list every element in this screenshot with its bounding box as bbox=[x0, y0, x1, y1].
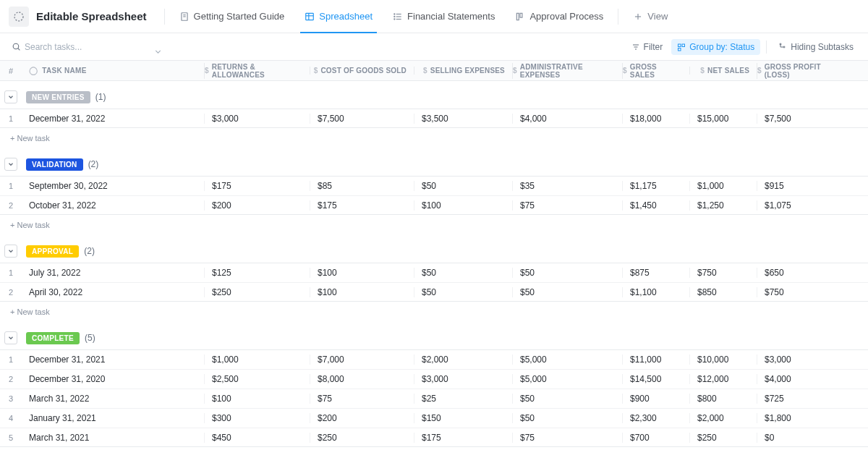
cell-admin[interactable]: $50 bbox=[512, 394, 622, 404]
group-toggle[interactable] bbox=[4, 245, 17, 258]
col-header-selling[interactable]: $SELLING EXPENSES bbox=[414, 67, 512, 75]
cell-admin[interactable]: $50 bbox=[512, 268, 622, 278]
cell-net-sales[interactable]: $800 bbox=[689, 394, 757, 404]
cell-returns[interactable]: $125 bbox=[204, 268, 310, 278]
task-name-cell[interactable]: December 31, 2022 bbox=[22, 114, 204, 124]
task-name-cell[interactable]: December 31, 2021 bbox=[22, 355, 204, 365]
col-header-net-sales[interactable]: $NET SALES bbox=[689, 67, 757, 75]
tab-spreadsheet[interactable]: Spreadsheet bbox=[294, 0, 383, 33]
cell-gross-sales[interactable]: $11,000 bbox=[622, 355, 689, 365]
cell-admin[interactable]: $50 bbox=[512, 287, 622, 297]
cell-cogs[interactable]: $7,500 bbox=[310, 114, 414, 124]
status-badge[interactable]: NEW ENTRIES bbox=[26, 91, 90, 103]
task-name-cell[interactable]: January 31, 2021 bbox=[22, 413, 204, 423]
cell-returns[interactable]: $3,000 bbox=[204, 114, 310, 124]
table-row[interactable]: 4 January 31, 2021 $300 $200 $150 $50 $2… bbox=[0, 408, 868, 428]
tab-getting-started[interactable]: Getting Started Guide bbox=[169, 0, 295, 33]
task-name-cell[interactable]: March 31, 2022 bbox=[22, 394, 204, 404]
cell-admin[interactable]: $5,000 bbox=[512, 355, 622, 365]
cell-selling[interactable]: $3,500 bbox=[414, 114, 512, 124]
cell-admin[interactable]: $75 bbox=[512, 433, 622, 443]
group-by-button[interactable]: Group by: Status bbox=[671, 39, 760, 55]
cell-returns[interactable]: $175 bbox=[204, 181, 310, 191]
cell-net-sales[interactable]: $1,250 bbox=[689, 200, 757, 211]
cell-gross-profit[interactable]: $1,075 bbox=[757, 200, 851, 211]
cell-gross-sales[interactable]: $1,100 bbox=[622, 287, 689, 297]
task-name-cell[interactable]: March 31, 2021 bbox=[22, 433, 204, 443]
cell-gross-sales[interactable]: $1,450 bbox=[622, 200, 689, 211]
cell-cogs[interactable]: $8,000 bbox=[310, 374, 414, 384]
cell-selling[interactable]: $50 bbox=[414, 181, 512, 191]
group-toggle[interactable] bbox=[4, 90, 17, 103]
cell-selling[interactable]: $150 bbox=[414, 413, 512, 423]
col-header-cogs[interactable]: $COST OF GOODS SOLD bbox=[310, 67, 414, 75]
task-name-cell[interactable]: December 31, 2020 bbox=[22, 374, 204, 384]
cell-selling[interactable]: $25 bbox=[414, 394, 512, 404]
tab-financial-statements[interactable]: Financial Statements bbox=[383, 0, 505, 33]
table-row[interactable]: 2 December 31, 2020 $2,500 $8,000 $3,000… bbox=[0, 369, 868, 389]
cell-returns[interactable]: $250 bbox=[204, 287, 310, 297]
cell-admin[interactable]: $5,000 bbox=[512, 374, 622, 384]
table-row[interactable]: 2 October 31, 2022 $200 $175 $100 $75 $1… bbox=[0, 195, 868, 215]
table-row[interactable]: 1 December 31, 2021 $1,000 $7,000 $2,000… bbox=[0, 349, 868, 369]
cell-cogs[interactable]: $100 bbox=[310, 287, 414, 297]
cell-gross-sales[interactable]: $700 bbox=[622, 433, 689, 443]
cell-gross-profit[interactable]: $0 bbox=[757, 433, 851, 443]
cell-returns[interactable]: $200 bbox=[204, 200, 310, 211]
table-row[interactable]: 5 March 31, 2021 $450 $250 $175 $75 $700… bbox=[0, 428, 868, 447]
cell-gross-profit[interactable]: $650 bbox=[757, 268, 851, 278]
cell-cogs[interactable]: $250 bbox=[310, 433, 414, 443]
group-toggle[interactable] bbox=[4, 158, 17, 171]
cell-returns[interactable]: $100 bbox=[204, 394, 310, 404]
cell-selling[interactable]: $50 bbox=[414, 268, 512, 278]
cell-cogs[interactable]: $85 bbox=[310, 181, 414, 191]
filter-button[interactable]: Filter bbox=[626, 39, 669, 55]
cell-net-sales[interactable]: $850 bbox=[689, 287, 757, 297]
task-name-cell[interactable]: September 30, 2022 bbox=[22, 181, 204, 191]
cell-admin[interactable]: $75 bbox=[512, 200, 622, 211]
col-header-returns[interactable]: $RETURNS & ALLOWANCES bbox=[204, 63, 310, 79]
table-row[interactable]: 2 April 30, 2022 $250 $100 $50 $50 $1,10… bbox=[0, 282, 868, 302]
tab-approval-process[interactable]: Approval Process bbox=[505, 0, 613, 33]
status-badge[interactable]: VALIDATION bbox=[26, 158, 83, 171]
cell-cogs[interactable]: $7,000 bbox=[310, 355, 414, 365]
cell-returns[interactable]: $450 bbox=[204, 433, 310, 443]
cell-net-sales[interactable]: $10,000 bbox=[689, 355, 757, 365]
cell-gross-profit[interactable]: $915 bbox=[757, 181, 851, 191]
task-name-cell[interactable]: July 31, 2022 bbox=[22, 268, 204, 278]
new-task-button[interactable]: + New task bbox=[0, 302, 868, 322]
cell-selling[interactable]: $50 bbox=[414, 287, 512, 297]
task-name-cell[interactable]: April 30, 2022 bbox=[22, 287, 204, 297]
add-view-button[interactable]: View bbox=[623, 0, 678, 33]
cell-gross-profit[interactable]: $3,000 bbox=[757, 355, 851, 365]
cell-cogs[interactable]: $175 bbox=[310, 200, 414, 211]
hiding-subtasks-button[interactable]: Hiding Subtasks bbox=[773, 39, 859, 55]
cell-gross-sales[interactable]: $1,175 bbox=[622, 181, 689, 191]
col-header-admin[interactable]: $ADMINISTRATIVE EXPENSES bbox=[512, 63, 622, 79]
cell-net-sales[interactable]: $2,000 bbox=[689, 413, 757, 423]
cell-cogs[interactable]: $100 bbox=[310, 268, 414, 278]
cell-gross-profit[interactable]: $1,800 bbox=[757, 413, 851, 423]
cell-net-sales[interactable]: $15,000 bbox=[689, 114, 757, 124]
status-badge[interactable]: APPROVAL bbox=[26, 245, 79, 258]
group-toggle[interactable] bbox=[4, 331, 17, 344]
cell-selling[interactable]: $175 bbox=[414, 433, 512, 443]
status-badge[interactable]: COMPLETE bbox=[26, 332, 80, 344]
new-task-button[interactable]: + New task bbox=[0, 447, 868, 450]
cell-gross-sales[interactable]: $875 bbox=[622, 268, 689, 278]
cell-selling[interactable]: $100 bbox=[414, 200, 512, 211]
cell-gross-profit[interactable]: $7,500 bbox=[757, 114, 851, 124]
cell-returns[interactable]: $1,000 bbox=[204, 355, 310, 365]
cell-gross-sales[interactable]: $14,500 bbox=[622, 374, 689, 384]
col-header-name[interactable]: ◯TASK NAME bbox=[22, 66, 204, 75]
task-name-cell[interactable]: October 31, 2022 bbox=[22, 200, 204, 211]
cell-returns[interactable]: $300 bbox=[204, 413, 310, 423]
search-input[interactable] bbox=[9, 39, 153, 55]
table-row[interactable]: 1 December 31, 2022 $3,000 $7,500 $3,500… bbox=[0, 109, 868, 128]
table-row[interactable]: 1 September 30, 2022 $175 $85 $50 $35 $1… bbox=[0, 176, 868, 195]
cell-net-sales[interactable]: $12,000 bbox=[689, 374, 757, 384]
cell-net-sales[interactable]: $750 bbox=[689, 268, 757, 278]
cell-returns[interactable]: $2,500 bbox=[204, 374, 310, 384]
table-row[interactable]: 3 March 31, 2022 $100 $75 $25 $50 $900 $… bbox=[0, 389, 868, 408]
cell-selling[interactable]: $2,000 bbox=[414, 355, 512, 365]
